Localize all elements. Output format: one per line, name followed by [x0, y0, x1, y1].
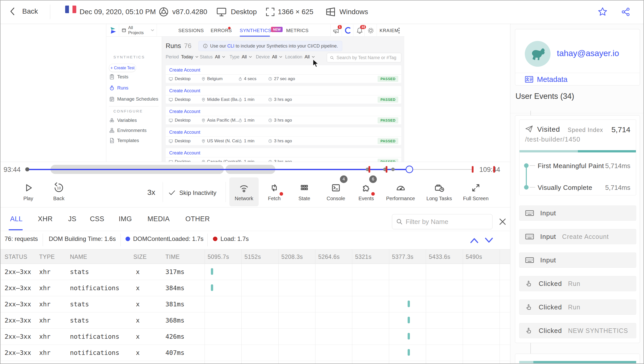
user-events-list: Input Input Create Account Input — [519, 206, 636, 347]
network-filter-input[interactable] — [406, 218, 488, 226]
network-request-row[interactable]: 2xx–3xx xhr stats x 368ms — [0, 312, 510, 329]
network-request-row[interactable]: 2xx–3xx xhr notifications x 426ms — [0, 329, 510, 345]
user-event-item[interactable]: Clicked Run — [519, 300, 636, 315]
runs-search[interactable] — [327, 53, 401, 62]
panel-button-state[interactable]: State — [290, 177, 318, 206]
clock-icon — [268, 98, 272, 102]
visited-label: Visited — [537, 125, 560, 133]
event-target-label: Create Account — [562, 233, 609, 240]
sidebar-item-templates[interactable]: Templates — [109, 138, 139, 143]
panel-button-long-tasks[interactable]: Long Tasks — [421, 177, 457, 206]
browser-version: v87.0.4280 — [172, 8, 207, 16]
back-10s-button[interactable]: 10 Back — [45, 177, 73, 206]
tab-synthetics[interactable]: SYNTHETICS — [240, 28, 271, 33]
run-card[interactable]: Create Account Desktop Asia Pacific (M..… — [166, 107, 401, 124]
fetch-icon — [269, 182, 280, 193]
errors-alert-dot — [228, 27, 231, 29]
resolution: 1366 × 625 — [278, 8, 313, 16]
jump-next-icon[interactable] — [484, 237, 494, 244]
close-panel-icon[interactable] — [499, 218, 507, 226]
dcl-marker-dot — [126, 237, 130, 241]
divider — [353, 24, 353, 37]
tab-css[interactable]: CSS — [90, 215, 104, 223]
request-name: stats — [70, 268, 89, 276]
cli-banner: Use our CLI to include your Synthetics i… — [199, 41, 342, 51]
run-location: Middle East (Ba... — [202, 97, 241, 102]
panel-button-performance[interactable]: Performance — [383, 177, 418, 206]
tab-js[interactable]: JS — [68, 215, 77, 223]
jump-previous-icon[interactable] — [469, 237, 479, 244]
status-badge: PASSED — [378, 76, 398, 82]
filter-status[interactable]: StatusAll — [200, 54, 225, 60]
user-menu[interactable]: KRAIEM — [380, 28, 399, 33]
run-name-link[interactable]: Create Account — [169, 88, 200, 94]
share-icon[interactable] — [621, 7, 631, 17]
sidebar-item-manage-schedules[interactable]: Manage Schedules — [109, 96, 158, 102]
run-name-link[interactable]: Create Account — [169, 109, 200, 114]
timeline-track[interactable] — [0, 162, 510, 177]
map-pin-icon — [202, 118, 205, 123]
tab-img[interactable]: IMG — [119, 215, 132, 223]
network-request-row[interactable]: 2xx–3xx xhr notifications x 407ms — [0, 345, 510, 361]
project-selector[interactable]: All Projects — [119, 24, 157, 37]
cli-link[interactable]: CLI — [227, 43, 234, 49]
network-request-row[interactable]: 2xx–3xx xhr stats x 381ms — [0, 296, 510, 312]
play-button[interactable]: Play — [14, 177, 42, 206]
full-screen-button[interactable]: Full Screen — [458, 177, 493, 206]
skip-inactivity-checkbox[interactable]: Skip Inactivity — [169, 189, 216, 196]
panel-button-network[interactable]: Network — [229, 177, 259, 206]
run-card[interactable]: Create Account Desktop Belgium — [166, 65, 401, 83]
user-email[interactable]: tahay@asayer.io — [557, 49, 619, 58]
sidebar-item-runs[interactable]: Runs — [109, 85, 128, 91]
create-test-button[interactable]: + Create Test — [109, 64, 136, 72]
network-request-row[interactable]: 2xx–3xx xhr notifications x 384ms — [0, 280, 510, 296]
filter-period[interactable]: PeriodToday — [166, 54, 198, 60]
run-name-link[interactable]: Create Account — [169, 67, 200, 73]
panel-button-events[interactable]: Events 6 — [352, 177, 380, 206]
sidebar-item-tests[interactable]: Tests — [109, 74, 128, 80]
network-request-row[interactable]: 2xx–3xx xhr stats x 317ms — [0, 264, 510, 280]
tab-media[interactable]: MEDIA — [147, 215, 170, 223]
request-status: 2xx–3xx — [5, 268, 31, 276]
user-event-item[interactable]: Clicked NEW SYNTHETICS — [519, 323, 636, 338]
kebab-menu-icon[interactable] — [398, 28, 400, 34]
playhead[interactable] — [406, 166, 413, 173]
run-card[interactable]: Create Account Desktop Middle East (Ba..… — [166, 86, 401, 104]
favorite-star-icon[interactable] — [598, 7, 608, 17]
run-card[interactable]: Create Account Desktop Canada (Central) — [166, 148, 401, 162]
run-name-link[interactable]: Create Account — [169, 130, 200, 135]
user-event-item[interactable]: Input — [519, 253, 636, 268]
status-badge: PASSED — [378, 97, 398, 103]
visited-event[interactable]: Visited Speed Index 5,714 /test-builder/… — [519, 120, 636, 195]
visited-url: /test-builder/1450 — [525, 135, 580, 143]
run-card[interactable]: Create Account Desktop US West (N. Cal..… — [166, 127, 401, 145]
skip-inactivity-label: Skip Inactivity — [179, 189, 216, 196]
tab-metrics[interactable]: METRICS — [286, 28, 309, 33]
active-network-tab-underline — [9, 229, 23, 230]
panel-button-fetch[interactable]: Fetch — [260, 177, 288, 206]
filter-device[interactable]: DeviceAll — [256, 54, 282, 60]
network-filter[interactable] — [392, 214, 492, 229]
request-name: notifications — [70, 349, 119, 356]
sidebar-item-environments[interactable]: Environments — [109, 128, 146, 133]
sidebar-item-variables[interactable]: Variables — [109, 118, 137, 123]
panel-button-console[interactable]: Console 4 — [321, 177, 351, 206]
request-type: xhr — [39, 284, 51, 292]
user-event-item[interactable]: Input Create Account — [519, 229, 636, 244]
metadata-button[interactable]: Metadata — [515, 73, 640, 86]
speed-toggle[interactable]: 3x — [142, 188, 160, 197]
back-label: Back — [22, 7, 38, 15]
tab-other[interactable]: OTHER — [185, 215, 210, 223]
user-event-item[interactable]: Clicked Run — [519, 276, 636, 291]
filter-location[interactable]: LocationAll — [285, 54, 315, 60]
run-name-link[interactable]: Create Account — [169, 150, 200, 156]
playback-timeline[interactable]: 93:44 109:44 — [0, 162, 510, 177]
filter-type[interactable]: TypeAll — [230, 54, 252, 60]
tab-all[interactable]: ALL — [10, 215, 23, 223]
gear-icon[interactable] — [367, 27, 374, 34]
user-event-item[interactable]: Input — [519, 206, 636, 221]
tab-xhr[interactable]: XHR — [38, 215, 53, 223]
back-button[interactable]: Back — [9, 7, 38, 16]
runs-search-input[interactable] — [336, 55, 398, 60]
tab-sessions[interactable]: SESSIONS — [178, 28, 204, 33]
